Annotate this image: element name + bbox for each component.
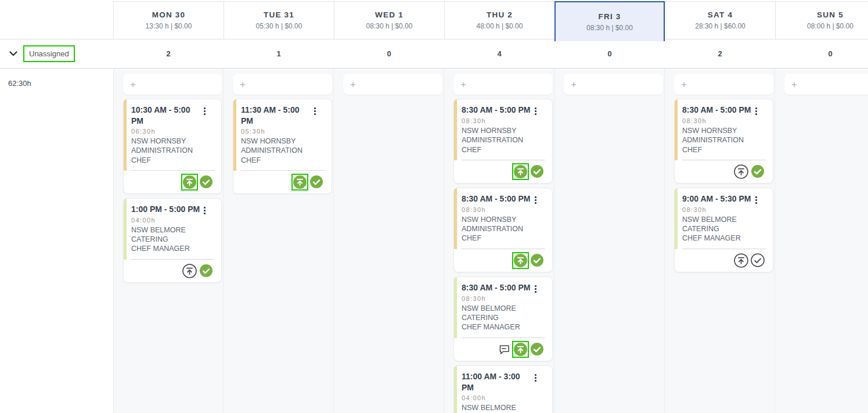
- confirm-shift-button[interactable]: [751, 164, 765, 178]
- confirm-shift-button[interactable]: [530, 164, 544, 178]
- row-left-gutter: 62:30h: [0, 69, 113, 413]
- shift-color-stripe: [675, 99, 678, 160]
- shift-options-button[interactable]: [534, 373, 538, 383]
- shift-role: CHEF: [241, 156, 327, 165]
- shift-list: 10:30 AM - 5:00 PM 06:30h NSW HORNSBY AD…: [123, 99, 222, 283]
- shift-card-footer: [462, 160, 545, 183]
- shift-options-button[interactable]: [754, 106, 758, 116]
- group-label-unassigned: Unassigned: [23, 45, 75, 62]
- day-hours-cost-summary: 05:30 h | $0.00: [256, 22, 302, 30]
- plus-icon: +: [350, 80, 356, 89]
- day-hours-cost-summary: 28:30 h | $60.00: [695, 22, 745, 30]
- shift-card[interactable]: 9:00 AM - 5:30 PM 08:30h NSW BELMORE CAT…: [674, 188, 773, 272]
- publish-shift-button[interactable]: [513, 253, 528, 268]
- shift-time-range: 11:30 AM - 5:00 PM: [241, 105, 313, 127]
- check-circle-icon: [751, 253, 765, 267]
- unassigned-day-count: 0: [334, 49, 444, 58]
- plus-icon: +: [240, 80, 246, 89]
- plus-icon: +: [130, 80, 136, 89]
- collapse-group-button[interactable]: [8, 49, 19, 58]
- grid: + 10:30 AM - 5:00 PM 06:30h NSW HORNSBY …: [113, 69, 868, 413]
- publish-up-arrow-icon: [293, 175, 307, 189]
- shift-time-range: 9:00 AM - 5:30 PM: [682, 193, 751, 204]
- publish-shift-button[interactable]: [293, 175, 307, 189]
- publish-shift-button[interactable]: [513, 342, 528, 357]
- shift-options-button[interactable]: [203, 206, 207, 216]
- confirm-shift-button[interactable]: [199, 264, 213, 278]
- check-circle-icon: [199, 264, 213, 278]
- confirm-shift-button[interactable]: [530, 342, 544, 356]
- shift-comment-button[interactable]: [499, 344, 511, 355]
- shift-card[interactable]: 10:30 AM - 5:00 PM 06:30h NSW HORNSBY AD…: [123, 99, 222, 194]
- confirm-shift-button[interactable]: [309, 175, 323, 189]
- shift-time-range: 8:30 AM - 5:00 PM: [682, 105, 751, 116]
- add-shift-button[interactable]: +: [674, 74, 773, 95]
- shift-time-range: 11:00 AM - 3:00 PM: [462, 371, 534, 393]
- confirm-shift-button[interactable]: [199, 175, 213, 189]
- shift-card-footer: [462, 249, 545, 272]
- shift-role: CHEF MANAGER: [131, 244, 217, 253]
- add-shift-button[interactable]: +: [343, 74, 442, 95]
- shift-duration: 04:00h: [462, 394, 548, 401]
- shift-options-button[interactable]: [313, 106, 317, 116]
- publish-shift-button[interactable]: [734, 253, 748, 268]
- shift-card[interactable]: 11:00 AM - 3:00 PM 04:00h NSW BELMORE CA…: [453, 365, 553, 413]
- unassigned-day-count: 4: [444, 49, 554, 58]
- day-header-cell[interactable]: FRI 3 08:30 h | $0.00: [554, 1, 665, 41]
- shift-options-button[interactable]: [534, 106, 538, 116]
- kebab-menu-icon: [204, 207, 206, 209]
- confirm-shift-button[interactable]: [530, 253, 544, 267]
- add-shift-button[interactable]: +: [564, 74, 663, 95]
- shift-duration: 04:00h: [131, 217, 217, 224]
- day-header-cell[interactable]: WED 1 08:30 h | $0.00: [334, 1, 444, 39]
- check-circle-icon: [199, 175, 213, 189]
- publish-shift-button[interactable]: [513, 164, 528, 179]
- shift-card-footer: [682, 249, 766, 272]
- group-total-hours: 62:30h: [8, 79, 113, 88]
- day-label: FRI 3: [598, 12, 621, 21]
- shift-card[interactable]: 8:30 AM - 5:00 PM 08:30h NSW HORNSBY ADM…: [453, 188, 553, 272]
- day-header-cell[interactable]: SUN 5 08:00 h | $0.00: [775, 1, 868, 39]
- unassigned-group-row: Unassigned 2 1 0 4 0 2 0: [0, 39, 868, 69]
- kebab-menu-icon: [755, 196, 757, 198]
- day-header-cell[interactable]: SAT 4 28:30 h | $60.00: [665, 1, 775, 39]
- publish-shift-button[interactable]: [734, 164, 748, 179]
- shift-location-line1: NSW BELMORE: [462, 403, 548, 412]
- check-circle-icon: [309, 175, 323, 189]
- shift-color-stripe: [454, 99, 457, 160]
- shift-role: CHEF: [462, 145, 548, 155]
- unassigned-group-header: Unassigned: [0, 45, 113, 62]
- day-header-cell[interactable]: THU 2 48:00 h | $0.00: [444, 1, 554, 39]
- day-label: SAT 4: [708, 10, 733, 19]
- shift-card[interactable]: 8:30 AM - 5:00 PM 08:30h NSW HORNSBY ADM…: [674, 99, 773, 184]
- shift-options-button[interactable]: [203, 106, 207, 116]
- shift-time-range: 8:30 AM - 5:00 PM: [462, 105, 531, 116]
- add-shift-button[interactable]: +: [784, 74, 868, 95]
- add-shift-button[interactable]: +: [233, 74, 332, 95]
- day-header-cell[interactable]: MON 30 13:30 h | $0.00: [113, 1, 224, 39]
- shift-color-stripe: [233, 99, 236, 171]
- shift-options-button[interactable]: [534, 195, 538, 205]
- shift-time-range: 1:00 PM - 5:00 PM: [131, 204, 200, 215]
- confirm-shift-button[interactable]: [751, 253, 765, 267]
- chevron-down-icon: [9, 51, 17, 56]
- add-shift-button[interactable]: +: [123, 74, 222, 95]
- day-header-cell[interactable]: TUE 31 05:30 h | $0.00: [224, 1, 334, 39]
- shift-card[interactable]: 1:00 PM - 5:00 PM 04:00h NSW BELMORE CAT…: [123, 198, 222, 283]
- shift-card[interactable]: 8:30 AM - 5:00 PM 08:30h NSW BELMORE CAT…: [453, 276, 553, 361]
- shift-location-line1: NSW BELMORE: [682, 215, 768, 224]
- shift-options-button[interactable]: [534, 284, 538, 294]
- publish-shift-button[interactable]: [182, 264, 197, 278]
- publish-shift-button[interactable]: [182, 175, 197, 189]
- shift-card[interactable]: 8:30 AM - 5:00 PM 08:30h NSW HORNSBY ADM…: [453, 99, 553, 184]
- shift-card-footer: [462, 337, 545, 361]
- add-shift-button[interactable]: +: [453, 74, 553, 95]
- day-column: +: [554, 69, 665, 413]
- shift-location-line1: NSW BELMORE: [462, 304, 548, 313]
- publish-up-arrow-icon: [513, 164, 528, 179]
- day-hours-cost-summary: 48:00 h | $0.00: [477, 22, 523, 30]
- shift-options-button[interactable]: [754, 195, 758, 205]
- shift-location-line1: NSW HORNSBY: [462, 215, 548, 224]
- shift-card[interactable]: 11:30 AM - 5:00 PM 05:30h NSW HORNSBY AD…: [233, 99, 332, 194]
- shift-role: CHEF MANAGER: [462, 322, 548, 332]
